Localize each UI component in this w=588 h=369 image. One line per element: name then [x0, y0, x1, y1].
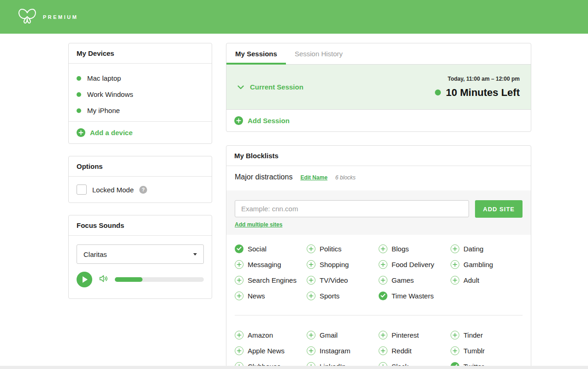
category-label: Food Delivery [392, 261, 434, 268]
plus-outline-icon [451, 244, 459, 253]
current-session-toggle[interactable]: Current Session [238, 83, 303, 91]
add-session-button[interactable]: Add Session [226, 109, 531, 131]
add-session-label: Add Session [248, 117, 290, 125]
site-label: Apple News [248, 347, 285, 355]
devices-card-title: My Devices [69, 43, 212, 64]
blocklist-category-toggle[interactable]: Food Delivery [379, 256, 451, 272]
blocklist-site-toggle[interactable]: Tinder [451, 327, 523, 343]
butterfly-logo-icon [18, 8, 37, 26]
play-icon [83, 276, 88, 283]
device-status-dot-icon [77, 76, 81, 81]
blocklists-card-title: My Blocklists [226, 146, 531, 166]
blocklist-category-toggle[interactable]: Search Engines [235, 272, 307, 288]
locked-mode-label: Locked Mode [92, 186, 134, 194]
plus-outline-icon [307, 346, 315, 355]
category-label: Adult [463, 276, 479, 284]
device-name: Mac laptop [87, 74, 121, 82]
category-label: Games [392, 276, 414, 284]
question-circle-icon[interactable] [139, 186, 147, 194]
block-count: 6 blocks [335, 174, 356, 181]
plus-outline-icon [451, 331, 459, 339]
blocklist-category-toggle[interactable]: Politics [307, 241, 379, 256]
plus-outline-icon [451, 346, 459, 355]
blocklist-category-toggle[interactable]: Messaging [235, 256, 307, 272]
focus-sounds-card-title: Focus Sounds [69, 215, 212, 236]
device-item: My iPhone [77, 102, 204, 119]
site-label: Amazon [248, 331, 273, 339]
category-label: Politics [320, 245, 342, 253]
plus-outline-icon [379, 331, 387, 339]
category-label: Time Wasters [392, 292, 434, 300]
blocklist-category-toggle[interactable]: Time Wasters [379, 288, 451, 304]
category-label: Social [248, 245, 267, 253]
device-name: Work Windows [87, 90, 133, 98]
plus-outline-icon [379, 276, 387, 285]
device-item: Work Windows [77, 86, 204, 102]
blocklist-category-toggle[interactable]: News [235, 288, 307, 304]
options-card-title: Options [69, 156, 212, 177]
category-label: Blogs [392, 245, 409, 253]
add-site-button[interactable]: ADD SITE [475, 200, 523, 218]
blocklist-category-toggle[interactable]: Social [235, 241, 307, 256]
add-device-label: Add a device [90, 129, 133, 137]
blocklist-site-toggle[interactable]: Instagram [307, 343, 379, 358]
plus-outline-icon [379, 244, 387, 253]
current-session-label: Current Session [250, 83, 303, 91]
plus-circle-icon [234, 116, 243, 125]
page-bottom-strip [0, 366, 588, 369]
volume-slider[interactable] [115, 277, 204, 282]
sessions-tabs: My Sessions Session History [226, 43, 531, 65]
blocklist-site-toggle[interactable]: Reddit [379, 343, 451, 358]
session-tab-label: Session History [295, 50, 343, 58]
plus-outline-icon [235, 276, 244, 285]
sidebar: My Devices Mac laptop Work Windows My iP… [68, 43, 212, 369]
plus-outline-icon [235, 244, 244, 253]
device-list: Mac laptop Work Windows My iPhone [69, 64, 212, 121]
group-divider [235, 315, 523, 315]
blocklist-category-toggle[interactable]: Blogs [379, 241, 451, 256]
session-tab[interactable]: Session History [286, 43, 351, 64]
blocklist-site-toggle[interactable]: Tumblr [451, 343, 523, 358]
session-time-range: Today, 11:00 am – 12:00 pm [448, 76, 520, 82]
sound-select[interactable]: Claritas [77, 244, 204, 264]
add-multiple-sites-link[interactable]: Add multiple sites [235, 221, 282, 228]
main-column: My Sessions Session History Current Sess… [226, 43, 531, 369]
plus-outline-icon [235, 292, 244, 300]
plus-outline-icon [307, 276, 315, 285]
blocklist-category-toggle[interactable]: Games [379, 272, 451, 288]
play-button[interactable] [77, 272, 92, 287]
brand[interactable]: PREMIUM [18, 8, 78, 26]
blocklist-category-toggle[interactable]: Adult [451, 272, 523, 288]
edit-name-link[interactable]: Edit Name [300, 174, 327, 181]
plus-outline-icon [379, 260, 387, 269]
blocklist-site-toggle[interactable]: Amazon [235, 327, 307, 343]
focus-sounds-card: Focus Sounds Claritas [68, 215, 212, 299]
my-devices-card: My Devices Mac laptop Work Windows My iP… [68, 43, 212, 144]
blocklist-site-toggle[interactable]: Apple News [235, 343, 307, 358]
plus-outline-icon [235, 260, 244, 269]
session-tab[interactable]: My Sessions [226, 43, 286, 64]
locked-mode-checkbox[interactable] [77, 184, 87, 195]
blocklist-category-toggle[interactable]: Shopping [307, 256, 379, 272]
device-item: Mac laptop [77, 70, 204, 86]
add-device-button[interactable]: Add a device [69, 121, 212, 143]
active-session-dot-icon [435, 89, 441, 95]
device-status-dot-icon [77, 108, 81, 113]
plus-outline-icon [379, 292, 387, 300]
site-url-input[interactable] [235, 200, 469, 217]
brand-premium-label: PREMIUM [43, 14, 78, 20]
site-label: Pinterest [392, 331, 419, 339]
blocklist-category-toggle[interactable]: TV/Video [307, 272, 379, 288]
plus-outline-icon [451, 260, 459, 269]
category-label: Search Engines [248, 276, 297, 284]
speaker-icon[interactable] [99, 274, 108, 285]
blocklist-category-toggle[interactable]: Dating [451, 241, 523, 256]
blocklist-site-toggle[interactable]: Gmail [307, 327, 379, 343]
blocklist-site-toggle[interactable]: Pinterest [379, 327, 451, 343]
locked-mode-row: Locked Mode [69, 177, 212, 202]
plus-outline-icon [379, 346, 387, 355]
category-label: Gambling [463, 261, 493, 268]
blocklist-category-toggle[interactable]: Gambling [451, 256, 523, 272]
chevron-down-icon [238, 83, 244, 91]
blocklist-category-toggle[interactable]: Sports [307, 288, 379, 304]
